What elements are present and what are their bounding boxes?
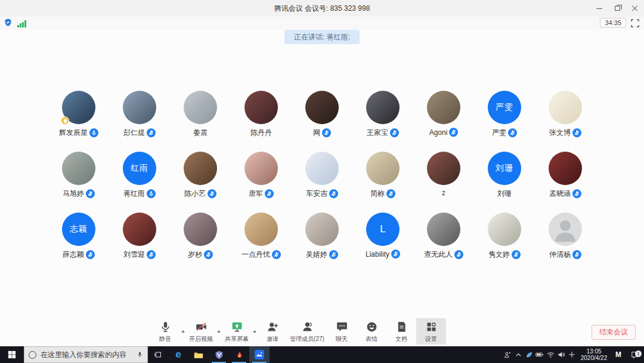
- mic-muted-icon: [208, 189, 216, 198]
- mute-button[interactable]: 静音: [150, 318, 180, 344]
- flame-app-icon: [236, 350, 243, 359]
- taskbar-search-box[interactable]: [24, 346, 148, 363]
- participant-tile[interactable]: 姜震: [170, 91, 231, 139]
- close-button[interactable]: [626, 0, 644, 17]
- search-mic-icon[interactable]: [137, 350, 143, 359]
- avatar-photo: [62, 152, 95, 185]
- participant-tile[interactable]: 严雯严雯: [474, 91, 535, 139]
- tray-app-icon[interactable]: [524, 346, 534, 363]
- taskbar-vapp-button[interactable]: [209, 346, 229, 363]
- taskbar-meeting-button[interactable]: [249, 346, 270, 363]
- taskbar-flame-app-button[interactable]: [229, 346, 249, 363]
- avatar-photo: [427, 91, 460, 124]
- participant-tile[interactable]: 志颖薛志颖: [48, 213, 109, 260]
- participant-tile[interactable]: 王家宝: [352, 91, 413, 139]
- start-video-label: 开启视频: [189, 335, 213, 343]
- volume-icon[interactable]: [556, 346, 566, 363]
- participant-tile[interactable]: 马旭婷: [48, 152, 109, 199]
- avatar-photo: [488, 213, 521, 246]
- emoji-button[interactable]: 表情: [357, 318, 386, 344]
- participant-tile[interactable]: 辉发辰星: [48, 91, 109, 139]
- participant-name: 孟晓涵: [549, 189, 571, 199]
- participant-tile[interactable]: 孟晓涵: [535, 152, 596, 199]
- participant-tile[interactable]: 仲清杨: [535, 213, 596, 260]
- mic-muted-icon: [272, 250, 281, 259]
- mute-options-caret[interactable]: [180, 318, 186, 344]
- participant-name: 陈丹丹: [250, 128, 272, 138]
- participant-tile[interactable]: 陈丹丹: [231, 91, 292, 139]
- participant-name: 唐军: [249, 189, 263, 199]
- wifi-icon[interactable]: [545, 346, 556, 363]
- avatar-photo: [123, 213, 156, 246]
- participant-grid: 辉发辰星彭仁提姜震陈丹丹网王家宝Agoni严雯严雯张文博马旭婷红雨蒋红雨陈小艺唐…: [48, 91, 596, 273]
- manage-members-button[interactable]: 管理成员(27): [287, 318, 327, 344]
- minimize-button[interactable]: [590, 0, 608, 17]
- participant-tile[interactable]: 岁杪: [170, 213, 231, 260]
- participant-tile[interactable]: 彭仁提: [109, 91, 170, 139]
- participant-tile[interactable]: 简称: [352, 152, 413, 199]
- participant-tile[interactable]: 红雨蒋红雨: [109, 152, 170, 199]
- windows-logo-icon: [8, 350, 16, 359]
- start-button[interactable]: [0, 346, 24, 363]
- tray-chevron-up-icon[interactable]: [513, 346, 524, 363]
- mic-muted-icon: [512, 250, 521, 259]
- speaking-banner: 正在讲话: 蒋红雨;: [284, 30, 360, 44]
- mic-muted-icon: [204, 250, 213, 259]
- windows-taskbar: e: [0, 346, 644, 363]
- video-options-caret[interactable]: [216, 318, 222, 344]
- taskbar-clock[interactable]: 13:05 2020/4/22: [577, 346, 611, 363]
- avatar-photo: [244, 91, 278, 124]
- fullscreen-icon[interactable]: [630, 19, 640, 28]
- avatar-initials: 严雯: [488, 91, 521, 124]
- participant-tile[interactable]: 网: [292, 91, 352, 139]
- participant-name: 岁杪: [188, 250, 202, 260]
- people-tray-icon[interactable]: [502, 346, 513, 363]
- tencent-meeting-icon: [255, 350, 264, 359]
- avatar-photo: [305, 91, 339, 124]
- emoji-label: 表情: [366, 335, 377, 343]
- participant-tile[interactable]: Agoni: [413, 91, 474, 139]
- end-meeting-button[interactable]: 结束会议: [592, 325, 636, 340]
- share-screen-icon: [231, 319, 243, 334]
- participant-tile[interactable]: 唐军: [231, 152, 292, 199]
- settings-button[interactable]: 设置: [416, 318, 446, 344]
- start-video-button[interactable]: 开启视频: [186, 318, 216, 344]
- avatar-initials: L: [366, 213, 400, 246]
- participant-tile[interactable]: z: [413, 152, 474, 199]
- maximize-button[interactable]: [608, 0, 626, 17]
- participant-tile[interactable]: 刘珊刘珊: [474, 152, 535, 199]
- participant-name: 隽文婷: [488, 250, 510, 260]
- share-options-caret[interactable]: [252, 318, 258, 344]
- participant-tile[interactable]: 查无此人: [413, 213, 474, 260]
- task-view-button[interactable]: [148, 346, 168, 363]
- participant-tile[interactable]: 吴婧婷: [292, 213, 352, 260]
- search-input[interactable]: [41, 350, 132, 359]
- pen-crosshair-icon[interactable]: [566, 346, 577, 363]
- mic-muted-icon: [86, 250, 95, 259]
- participant-tile[interactable]: 隽文婷: [474, 213, 535, 260]
- participant-tile[interactable]: 张文博: [535, 91, 596, 139]
- action-center-button[interactable]: 1: [626, 351, 644, 359]
- chat-button[interactable]: 聊天: [327, 318, 357, 344]
- avatar-initials: 红雨: [123, 152, 156, 185]
- mic-muted-icon: [391, 250, 400, 259]
- participant-tile[interactable]: 车安吉: [292, 152, 352, 199]
- participant-name: 严雯: [492, 128, 506, 138]
- invite-person-icon: [267, 319, 279, 334]
- taskbar-edge-button[interactable]: e: [168, 346, 188, 363]
- participant-tile[interactable]: 陈小艺: [170, 152, 231, 199]
- participant-tile[interactable]: LLiability: [352, 213, 413, 260]
- participant-tile[interactable]: 刘雪迎: [109, 213, 170, 260]
- avatar-photo: [184, 213, 217, 246]
- security-shield-icon[interactable]: [4, 18, 13, 29]
- docs-button[interactable]: 文档: [386, 318, 416, 344]
- invite-button[interactable]: 邀请: [258, 318, 287, 344]
- share-screen-button[interactable]: 共享屏幕: [222, 318, 252, 344]
- participant-name: 仲清杨: [549, 250, 571, 260]
- docs-label: 文档: [395, 335, 407, 343]
- participant-tile[interactable]: 一点丹忧: [231, 213, 292, 260]
- ime-indicator[interactable]: M: [611, 350, 626, 359]
- taskbar-explorer-button[interactable]: [188, 346, 209, 363]
- network-signal-icon[interactable]: [17, 20, 26, 27]
- battery-icon[interactable]: [534, 346, 545, 363]
